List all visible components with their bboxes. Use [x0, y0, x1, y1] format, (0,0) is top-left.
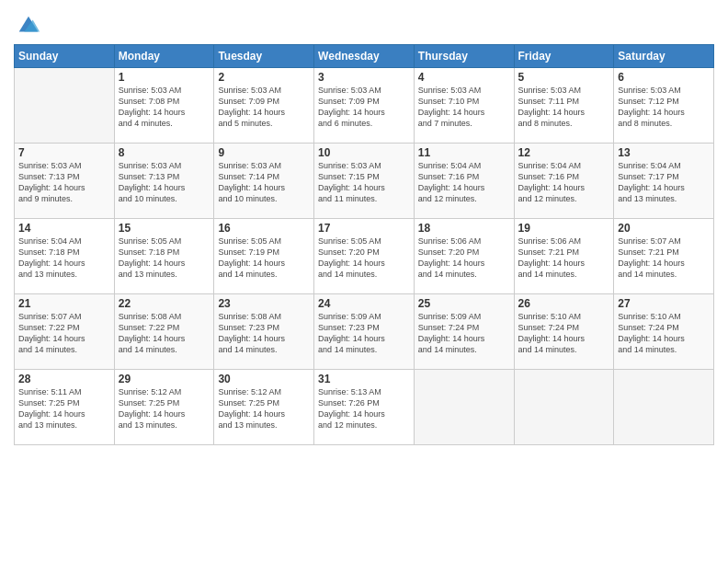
- day-number: 24: [318, 297, 410, 310]
- day-info: Sunrise: 5:03 AMSunset: 7:09 PMDaylight:…: [218, 85, 310, 130]
- day-info: Sunrise: 5:07 AMSunset: 7:22 PMDaylight:…: [18, 311, 110, 356]
- day-number: 31: [318, 373, 410, 385]
- calendar-day-cell: 19Sunrise: 5:06 AMSunset: 7:21 PMDayligh…: [514, 219, 614, 294]
- calendar-day-header: Thursday: [414, 45, 514, 68]
- day-number: 8: [119, 146, 210, 159]
- calendar-day-header: Friday: [514, 45, 614, 68]
- calendar-week-row: 7Sunrise: 5:03 AMSunset: 7:13 PMDaylight…: [15, 144, 714, 219]
- day-info: Sunrise: 5:03 AMSunset: 7:10 PMDaylight:…: [418, 85, 510, 130]
- day-info: Sunrise: 5:09 AMSunset: 7:24 PMDaylight:…: [418, 311, 510, 356]
- day-info: Sunrise: 5:08 AMSunset: 7:22 PMDaylight:…: [119, 311, 210, 356]
- day-info: Sunrise: 5:03 AMSunset: 7:08 PMDaylight:…: [119, 85, 210, 130]
- day-info: Sunrise: 5:03 AMSunset: 7:09 PMDaylight:…: [318, 85, 410, 130]
- calendar-day-cell: 29Sunrise: 5:12 AMSunset: 7:25 PMDayligh…: [114, 370, 214, 445]
- day-info: Sunrise: 5:03 AMSunset: 7:11 PMDaylight:…: [518, 85, 610, 130]
- calendar-day-cell: 3Sunrise: 5:03 AMSunset: 7:09 PMDaylight…: [314, 68, 415, 144]
- header: [14, 9, 714, 39]
- calendar-day-cell: 9Sunrise: 5:03 AMSunset: 7:14 PMDaylight…: [214, 144, 314, 219]
- calendar-day-cell: 13Sunrise: 5:04 AMSunset: 7:17 PMDayligh…: [614, 144, 714, 219]
- day-info: Sunrise: 5:07 AMSunset: 7:21 PMDaylight:…: [618, 236, 710, 281]
- calendar-day-cell: 23Sunrise: 5:08 AMSunset: 7:23 PMDayligh…: [214, 294, 314, 370]
- calendar-day-header: Saturday: [614, 45, 714, 68]
- day-info: Sunrise: 5:10 AMSunset: 7:24 PMDaylight:…: [618, 311, 710, 356]
- day-info: Sunrise: 5:06 AMSunset: 7:21 PMDaylight:…: [518, 236, 610, 281]
- calendar-day-cell: 18Sunrise: 5:06 AMSunset: 7:20 PMDayligh…: [414, 219, 514, 294]
- calendar-day-cell: 4Sunrise: 5:03 AMSunset: 7:10 PMDaylight…: [414, 68, 514, 144]
- day-info: Sunrise: 5:03 AMSunset: 7:13 PMDaylight:…: [18, 160, 110, 205]
- calendar-week-row: 21Sunrise: 5:07 AMSunset: 7:22 PMDayligh…: [15, 294, 714, 370]
- calendar-day-cell: 20Sunrise: 5:07 AMSunset: 7:21 PMDayligh…: [614, 219, 714, 294]
- day-number: 14: [18, 222, 110, 235]
- day-number: 4: [418, 71, 510, 84]
- day-number: 21: [18, 297, 110, 310]
- calendar-day-cell: 10Sunrise: 5:03 AMSunset: 7:15 PMDayligh…: [314, 144, 415, 219]
- calendar-day-cell: 27Sunrise: 5:10 AMSunset: 7:24 PMDayligh…: [614, 294, 714, 370]
- calendar-day-cell: 1Sunrise: 5:03 AMSunset: 7:08 PMDaylight…: [114, 68, 214, 144]
- day-number: 16: [218, 222, 310, 235]
- day-number: 10: [318, 146, 410, 159]
- calendar-day-cell: 22Sunrise: 5:08 AMSunset: 7:22 PMDayligh…: [114, 294, 214, 370]
- calendar-header-row: SundayMondayTuesdayWednesdayThursdayFrid…: [15, 45, 714, 68]
- day-number: 28: [18, 373, 110, 385]
- calendar-day-cell: 17Sunrise: 5:05 AMSunset: 7:20 PMDayligh…: [314, 219, 415, 294]
- day-info: Sunrise: 5:03 AMSunset: 7:15 PMDaylight:…: [318, 160, 410, 205]
- day-info: Sunrise: 5:04 AMSunset: 7:16 PMDaylight:…: [518, 160, 610, 205]
- day-number: 2: [218, 71, 310, 84]
- calendar-day-cell: 8Sunrise: 5:03 AMSunset: 7:13 PMDaylight…: [114, 144, 214, 219]
- day-number: 12: [518, 146, 610, 159]
- calendar-day-cell: 5Sunrise: 5:03 AMSunset: 7:11 PMDaylight…: [514, 68, 614, 144]
- day-info: Sunrise: 5:03 AMSunset: 7:12 PMDaylight:…: [618, 85, 710, 130]
- calendar-day-header: Monday: [114, 45, 214, 68]
- day-info: Sunrise: 5:04 AMSunset: 7:18 PMDaylight:…: [18, 236, 110, 281]
- calendar-day-cell: [15, 68, 115, 144]
- calendar-day-cell: 2Sunrise: 5:03 AMSunset: 7:09 PMDaylight…: [214, 68, 314, 144]
- day-info: Sunrise: 5:13 AMSunset: 7:26 PMDaylight:…: [318, 386, 410, 431]
- day-number: 1: [119, 71, 210, 84]
- day-number: 13: [618, 146, 710, 159]
- calendar-day-cell: 30Sunrise: 5:12 AMSunset: 7:25 PMDayligh…: [214, 370, 314, 445]
- day-info: Sunrise: 5:04 AMSunset: 7:16 PMDaylight:…: [418, 160, 510, 205]
- day-number: 6: [618, 71, 710, 84]
- calendar-week-row: 14Sunrise: 5:04 AMSunset: 7:18 PMDayligh…: [15, 219, 714, 294]
- day-number: 26: [518, 297, 610, 310]
- day-number: 11: [418, 146, 510, 159]
- day-info: Sunrise: 5:08 AMSunset: 7:23 PMDaylight:…: [218, 311, 310, 356]
- day-info: Sunrise: 5:04 AMSunset: 7:17 PMDaylight:…: [618, 160, 710, 205]
- day-number: 23: [218, 297, 310, 310]
- day-number: 18: [418, 222, 510, 235]
- calendar-day-cell: 26Sunrise: 5:10 AMSunset: 7:24 PMDayligh…: [514, 294, 614, 370]
- day-info: Sunrise: 5:11 AMSunset: 7:25 PMDaylight:…: [18, 386, 110, 431]
- calendar-day-cell: 21Sunrise: 5:07 AMSunset: 7:22 PMDayligh…: [15, 294, 115, 370]
- calendar-day-cell: 11Sunrise: 5:04 AMSunset: 7:16 PMDayligh…: [414, 144, 514, 219]
- day-info: Sunrise: 5:12 AMSunset: 7:25 PMDaylight:…: [218, 386, 310, 431]
- day-info: Sunrise: 5:03 AMSunset: 7:13 PMDaylight:…: [119, 160, 210, 205]
- day-number: 9: [218, 146, 310, 159]
- day-number: 15: [119, 222, 210, 235]
- day-number: 19: [518, 222, 610, 235]
- calendar-day-cell: 25Sunrise: 5:09 AMSunset: 7:24 PMDayligh…: [414, 294, 514, 370]
- calendar-day-cell: [414, 370, 514, 445]
- day-number: 25: [418, 297, 510, 310]
- calendar-day-cell: 16Sunrise: 5:05 AMSunset: 7:19 PMDayligh…: [214, 219, 314, 294]
- day-number: 30: [218, 373, 310, 385]
- calendar-day-header: Sunday: [15, 45, 115, 68]
- day-number: 5: [518, 71, 610, 84]
- day-number: 7: [18, 146, 110, 159]
- calendar-week-row: 28Sunrise: 5:11 AMSunset: 7:25 PMDayligh…: [15, 370, 714, 445]
- day-info: Sunrise: 5:06 AMSunset: 7:20 PMDaylight:…: [418, 236, 510, 281]
- day-info: Sunrise: 5:05 AMSunset: 7:18 PMDaylight:…: [119, 236, 210, 281]
- day-info: Sunrise: 5:09 AMSunset: 7:23 PMDaylight:…: [318, 311, 410, 356]
- calendar-day-cell: 15Sunrise: 5:05 AMSunset: 7:18 PMDayligh…: [114, 219, 214, 294]
- calendar-day-cell: 14Sunrise: 5:04 AMSunset: 7:18 PMDayligh…: [15, 219, 115, 294]
- day-number: 22: [119, 297, 210, 310]
- logo: [14, 13, 41, 39]
- day-info: Sunrise: 5:03 AMSunset: 7:14 PMDaylight:…: [218, 160, 310, 205]
- day-number: 3: [318, 71, 410, 84]
- calendar-day-cell: 7Sunrise: 5:03 AMSunset: 7:13 PMDaylight…: [15, 144, 115, 219]
- day-number: 20: [618, 222, 710, 235]
- calendar-day-cell: [614, 370, 714, 445]
- calendar-day-cell: 6Sunrise: 5:03 AMSunset: 7:12 PMDaylight…: [614, 68, 714, 144]
- day-number: 27: [618, 297, 710, 310]
- calendar-day-header: Tuesday: [214, 45, 314, 68]
- day-info: Sunrise: 5:12 AMSunset: 7:25 PMDaylight:…: [119, 386, 210, 431]
